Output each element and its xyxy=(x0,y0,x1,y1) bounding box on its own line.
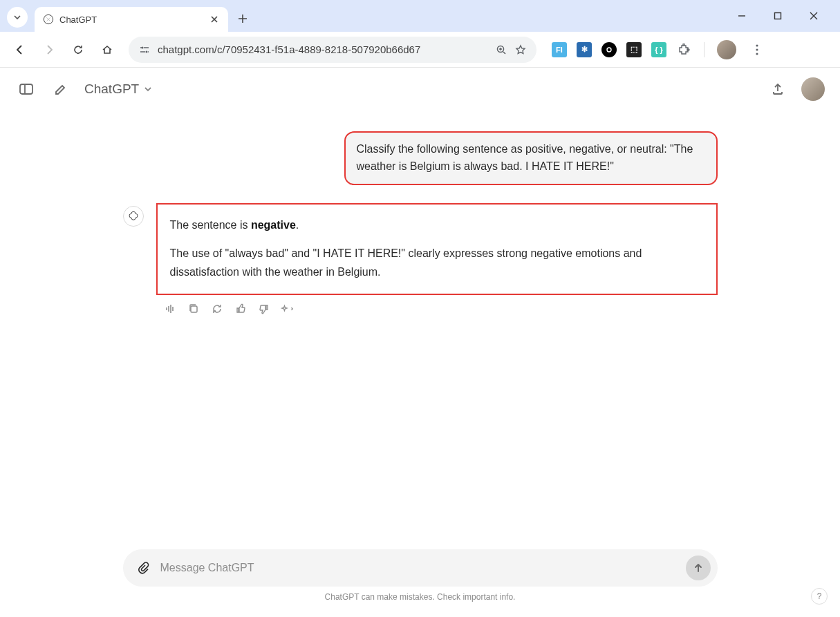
svg-rect-10 xyxy=(191,306,197,312)
home-button[interactable] xyxy=(95,38,119,61)
svg-point-7 xyxy=(756,48,758,50)
url-input[interactable] xyxy=(158,44,488,55)
sidebar-toggle-button[interactable] xyxy=(15,78,37,100)
user-message: Classify the following sentence as posit… xyxy=(344,131,718,185)
arrow-up-icon xyxy=(693,562,704,573)
extension-icon[interactable]: { } xyxy=(651,42,666,57)
composer-area: ChatGPT can make mistakes. Check importa… xyxy=(0,549,840,602)
zoom-icon[interactable] xyxy=(495,44,507,56)
tab-search-button[interactable] xyxy=(7,7,28,28)
close-icon xyxy=(210,15,218,23)
user-avatar[interactable] xyxy=(801,77,825,101)
panel-icon xyxy=(19,82,34,97)
svg-rect-9 xyxy=(20,84,32,94)
bookmark-icon[interactable] xyxy=(514,44,527,56)
maximize-icon xyxy=(774,12,782,20)
upload-icon xyxy=(771,82,785,96)
kebab-icon xyxy=(756,44,758,55)
extension-icon[interactable] xyxy=(601,42,617,57)
browser-tab-strip: ChatGPT xyxy=(0,0,840,32)
svg-point-6 xyxy=(756,44,758,46)
assistant-message: The sentence is negative. The use of "al… xyxy=(156,203,718,296)
forward-button[interactable] xyxy=(37,38,61,61)
assistant-text: The sentence is xyxy=(170,219,251,231)
thumbs-up-icon xyxy=(235,303,246,314)
window-close-button[interactable] xyxy=(804,6,823,26)
message-input[interactable] xyxy=(160,562,678,574)
browser-toolbar: FI ✻ ⬚ { } xyxy=(0,32,840,68)
browser-menu-button[interactable] xyxy=(746,39,768,61)
close-icon xyxy=(809,11,819,21)
refresh-icon xyxy=(212,303,223,314)
assistant-text: . xyxy=(296,219,299,231)
new-tab-button[interactable] xyxy=(232,8,253,29)
minimize-icon xyxy=(737,11,747,21)
svg-point-5 xyxy=(607,48,611,52)
tab-title: ChatGPT xyxy=(59,15,203,25)
help-button[interactable]: ? xyxy=(811,588,828,605)
chevron-down-icon xyxy=(143,84,153,94)
arrow-left-icon xyxy=(14,44,26,56)
sound-icon xyxy=(165,303,176,314)
new-chat-button[interactable] xyxy=(50,78,72,100)
attach-button[interactable] xyxy=(134,559,152,577)
composer[interactable] xyxy=(123,549,718,587)
extensions-area: FI ✻ ⬚ { } xyxy=(552,39,768,61)
thumbs-down-button[interactable] xyxy=(257,302,271,316)
tab-close-button[interactable] xyxy=(209,14,220,25)
thumbs-up-button[interactable] xyxy=(234,302,248,316)
extension-icon[interactable]: ⬚ xyxy=(626,42,642,57)
extension-icon[interactable]: ✻ xyxy=(577,42,592,57)
site-settings-icon[interactable] xyxy=(138,44,151,56)
chat-area: Classify the following sentence as posit… xyxy=(0,111,840,316)
profile-avatar[interactable] xyxy=(717,40,736,59)
svg-rect-1 xyxy=(775,13,781,19)
plus-icon xyxy=(238,14,248,23)
window-maximize-button[interactable] xyxy=(768,6,787,26)
disclaimer-text: ChatGPT can make mistakes. Check importa… xyxy=(325,592,516,602)
read-aloud-button[interactable] xyxy=(163,302,177,316)
window-minimize-button[interactable] xyxy=(732,6,752,26)
assistant-avatar xyxy=(123,206,144,227)
reload-icon xyxy=(72,44,84,56)
assistant-text: The use of "always bad" and "I HATE IT H… xyxy=(170,244,704,281)
app-header: ChatGPT xyxy=(0,68,840,111)
extensions-button[interactable] xyxy=(676,42,691,57)
copy-icon xyxy=(188,303,199,314)
paperclip-icon xyxy=(136,561,150,575)
window-controls xyxy=(732,0,836,32)
edit-icon xyxy=(53,82,68,97)
chatgpt-logo-icon xyxy=(127,210,140,222)
reload-button[interactable] xyxy=(66,38,90,61)
message-actions xyxy=(123,302,718,316)
model-switcher[interactable]: ChatGPT xyxy=(84,82,153,97)
back-button[interactable] xyxy=(8,38,32,61)
model-label: ChatGPT xyxy=(84,82,139,97)
toolbar-divider xyxy=(704,42,704,57)
address-bar[interactable] xyxy=(129,37,536,63)
sparkle-icon xyxy=(281,303,295,314)
browser-tab[interactable]: ChatGPT xyxy=(35,7,228,32)
copy-button[interactable] xyxy=(187,302,200,316)
chevron-down-icon xyxy=(13,13,21,21)
share-button[interactable] xyxy=(767,78,789,100)
home-icon xyxy=(101,44,113,56)
assistant-text-bold: negative xyxy=(251,219,296,231)
arrow-right-icon xyxy=(43,44,55,56)
chatgpt-favicon-icon xyxy=(43,14,54,25)
svg-point-8 xyxy=(756,53,758,55)
extension-icon[interactable]: FI xyxy=(552,42,567,57)
model-change-button[interactable] xyxy=(281,302,295,316)
send-button[interactable] xyxy=(686,556,711,580)
thumbs-down-icon xyxy=(259,303,270,314)
regenerate-button[interactable] xyxy=(210,302,224,316)
svg-point-3 xyxy=(146,50,148,53)
